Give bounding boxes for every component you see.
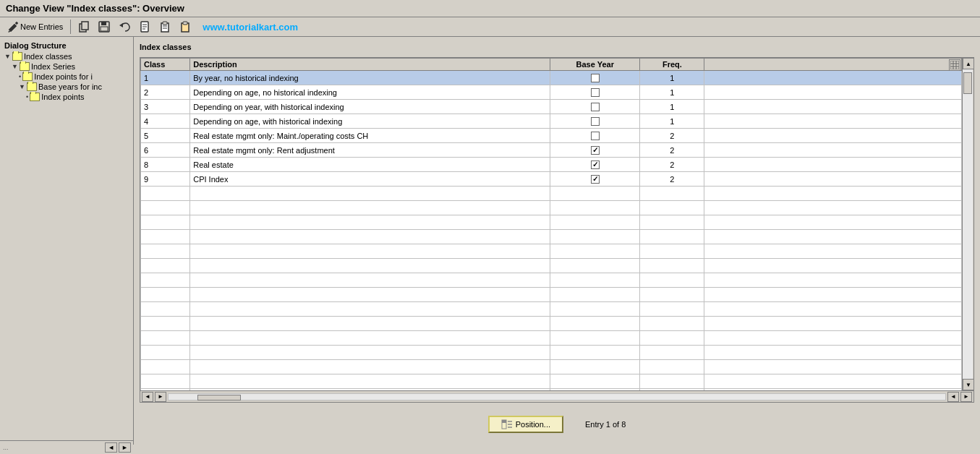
table-row-empty xyxy=(141,230,962,244)
cell-empty xyxy=(704,85,962,100)
table-row-empty xyxy=(141,288,962,302)
cell-empty xyxy=(141,302,190,317)
right-scrollbar[interactable]: ▲ ▼ xyxy=(962,58,973,390)
cell-empty xyxy=(640,346,704,360)
table-header-row: Class Description Base Year Freq. xyxy=(141,59,962,71)
cell-empty xyxy=(550,317,640,331)
cell-freq: 2 xyxy=(640,172,704,187)
sidebar-item-index-points-i[interactable]: • Index points for i xyxy=(0,72,133,82)
cell-empty xyxy=(704,158,962,172)
cell-baseyear[interactable] xyxy=(550,143,640,158)
content-area: Index classes xyxy=(134,37,980,445)
cell-empty xyxy=(141,317,190,331)
watermark-text: www.tutorialkart.com xyxy=(203,22,298,33)
sidebar-item-index-series[interactable]: ▼ Index Series xyxy=(0,61,133,72)
cell-baseyear[interactable] xyxy=(550,129,640,143)
cell-baseyear[interactable] xyxy=(550,85,640,100)
cell-class: 4 xyxy=(141,114,190,129)
cell-empty xyxy=(704,331,962,346)
svg-rect-15 xyxy=(183,22,187,25)
cell-empty xyxy=(190,230,550,244)
table-row[interactable]: 4Depending on age, with historical index… xyxy=(141,114,962,129)
cell-empty xyxy=(550,187,640,201)
clipboard-button-1[interactable] xyxy=(156,20,174,34)
table-row-empty xyxy=(141,331,962,346)
cell-empty xyxy=(141,201,190,215)
expand-arrow-3: ▼ xyxy=(19,83,25,90)
cell-empty xyxy=(141,259,190,273)
cell-baseyear[interactable] xyxy=(550,172,640,187)
sidebar-item-index-points[interactable]: • Index points xyxy=(0,92,133,102)
table-row[interactable]: 1By year, no historical indexing1 xyxy=(141,71,962,85)
page-button[interactable] xyxy=(136,20,153,34)
table-row[interactable]: 2Depending on age, no historical indexin… xyxy=(141,85,962,100)
cell-empty xyxy=(190,187,550,201)
cell-empty xyxy=(141,244,190,259)
cell-empty xyxy=(640,331,704,346)
cell-class: 6 xyxy=(141,143,190,158)
position-button[interactable]: Position... xyxy=(488,416,563,433)
cell-empty xyxy=(141,346,190,360)
clipboard-button-2[interactable] xyxy=(176,20,194,34)
position-icon xyxy=(501,419,513,429)
cell-baseyear[interactable] xyxy=(550,100,640,114)
sidebar-prev-btn[interactable]: ◄ xyxy=(105,442,117,445)
cell-empty xyxy=(190,259,550,273)
h-scroll-left-btn-2[interactable]: ◄ xyxy=(947,392,959,402)
h-scroll-right-btn[interactable]: ► xyxy=(960,392,972,402)
h-scroll-right-btn-2[interactable]: ► xyxy=(155,392,166,402)
sidebar-item-index-classes[interactable]: ▼ Index classes xyxy=(0,51,133,61)
sidebar-next-btn[interactable]: ► xyxy=(119,442,131,445)
scroll-thumb[interactable] xyxy=(963,72,972,94)
cell-empty xyxy=(704,244,962,259)
cell-description: Depending on age, with historical indexi… xyxy=(190,114,550,129)
col-header-empty xyxy=(704,59,962,71)
h-scroll-left-btn[interactable]: ◄ xyxy=(142,392,153,402)
cell-empty xyxy=(190,244,550,259)
table-row[interactable]: 3Depending on year, with historical inde… xyxy=(141,100,962,114)
table-row[interactable]: 6Real estate mgmt only: Rent adjustment2 xyxy=(141,143,962,158)
cell-empty xyxy=(704,288,962,302)
cell-empty xyxy=(704,129,962,143)
cell-empty xyxy=(550,302,640,317)
cell-empty xyxy=(190,288,550,302)
cell-baseyear[interactable] xyxy=(550,158,640,172)
cell-empty xyxy=(704,302,962,317)
cell-empty xyxy=(141,331,190,346)
table-row[interactable]: 9CPI Index2 xyxy=(141,172,962,187)
cell-empty xyxy=(704,215,962,230)
cell-empty xyxy=(704,273,962,288)
cell-empty xyxy=(640,374,704,389)
cell-class: 2 xyxy=(141,85,190,100)
sidebar-title: Dialog Structure xyxy=(0,40,133,51)
table-row-empty xyxy=(141,346,962,360)
cell-empty xyxy=(704,259,962,273)
cell-description: By year, no historical indexing xyxy=(190,71,550,85)
scroll-down-btn[interactable]: ▼ xyxy=(963,379,973,390)
cell-class: 8 xyxy=(141,158,190,172)
separator-1 xyxy=(70,20,71,34)
sidebar-item-base-years[interactable]: ▼ Base years for inc xyxy=(0,82,133,92)
scroll-up-btn[interactable]: ▲ xyxy=(963,58,973,69)
undo-icon xyxy=(119,21,130,33)
cell-empty xyxy=(640,201,704,215)
save-button[interactable] xyxy=(95,20,113,34)
main-layout: Dialog Structure ▼ Index classes ▼ Index… xyxy=(0,37,980,445)
clipboard2-icon xyxy=(179,21,191,33)
cell-description: Depending on age, no historical indexing xyxy=(190,85,550,100)
copy-button[interactable] xyxy=(75,20,93,34)
cell-description: Depending on year, with historical index… xyxy=(190,100,550,114)
new-entries-button[interactable]: New Entries xyxy=(4,20,66,34)
cell-empty xyxy=(190,273,550,288)
cell-empty xyxy=(640,244,704,259)
table-row[interactable]: 8Real estate2 xyxy=(141,158,962,172)
cell-baseyear[interactable] xyxy=(550,114,640,129)
table-config-icon xyxy=(950,61,959,69)
undo-button[interactable] xyxy=(116,20,133,34)
cell-description: Real estate mgmt only: Rent adjustment xyxy=(190,143,550,158)
h-scroll-thumb[interactable] xyxy=(197,395,241,401)
cell-baseyear[interactable] xyxy=(550,71,640,85)
table-row[interactable]: 5Real estate mgmt only: Maint./operating… xyxy=(141,129,962,143)
cell-freq: 2 xyxy=(640,158,704,172)
table-config-button[interactable] xyxy=(949,59,960,71)
